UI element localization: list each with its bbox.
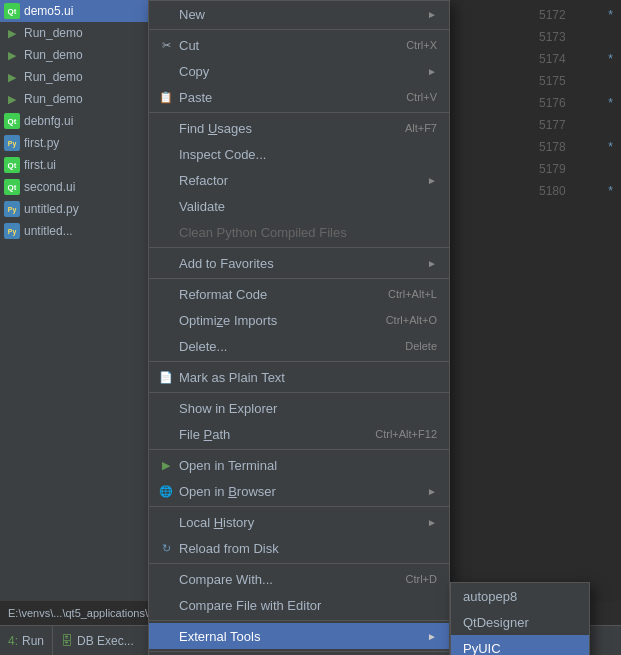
file-label-demo5: demo5.ui bbox=[24, 4, 73, 18]
compare-icon bbox=[157, 570, 175, 588]
qt-icon: Qt bbox=[4, 3, 20, 19]
new-arrow-icon: ► bbox=[427, 9, 437, 20]
history-arrow-icon: ► bbox=[427, 517, 437, 528]
submenu-external-tools: autopep8 QtDesigner PyUIC Pyrcc bbox=[450, 582, 590, 655]
line-5173: 5173 bbox=[539, 26, 613, 48]
file-label-first-ui: first.ui bbox=[24, 158, 56, 172]
cut-shortcut: Ctrl+X bbox=[406, 39, 437, 51]
menu-item-paste[interactable]: 📋 Paste Ctrl+V bbox=[149, 84, 449, 110]
menu-label-paste: Paste bbox=[179, 90, 390, 105]
file-item-first-ui[interactable]: Qt first.ui bbox=[0, 154, 154, 176]
qt-icon-debnfg: Qt bbox=[4, 113, 20, 129]
menu-label-external-tools: External Tools bbox=[179, 629, 419, 644]
file-label-first-py: first.py bbox=[24, 136, 59, 150]
menu-item-local-history[interactable]: Local History ► bbox=[149, 509, 449, 535]
menu-label-delete: Delete... bbox=[179, 339, 389, 354]
file-item-untitled-py[interactable]: Py untitled.py bbox=[0, 198, 154, 220]
separator-2 bbox=[149, 112, 449, 113]
file-item-run3[interactable]: ▶ Run_demo bbox=[0, 66, 154, 88]
menu-label-reformat: Reformat Code bbox=[179, 287, 372, 302]
reformat-shortcut: Ctrl+Alt+L bbox=[388, 288, 437, 300]
line-numbers-panel: 5172 * 5173 5174 * 5175 5176 * 5177 5178… bbox=[531, 0, 621, 260]
line-5179: 5179 bbox=[539, 158, 613, 180]
menu-item-validate[interactable]: Validate bbox=[149, 193, 449, 219]
separator-10 bbox=[149, 620, 449, 621]
menu-item-copy[interactable]: Copy ► bbox=[149, 58, 449, 84]
file-item-run1[interactable]: ▶ Run_demo bbox=[0, 22, 154, 44]
submenu-item-pyuic[interactable]: PyUIC bbox=[451, 635, 589, 655]
file-item-first-py[interactable]: Py first.py bbox=[0, 132, 154, 154]
line-5177: 5177 bbox=[539, 114, 613, 136]
file-path-icon bbox=[157, 425, 175, 443]
line-5176: 5176 * bbox=[539, 92, 613, 114]
refactor-icon bbox=[157, 171, 175, 189]
file-item-run2[interactable]: ▶ Run_demo bbox=[0, 44, 154, 66]
line-5178: 5178 * bbox=[539, 136, 613, 158]
menu-item-mark-plain[interactable]: 📄 Mark as Plain Text bbox=[149, 364, 449, 390]
menu-item-open-terminal[interactable]: ▶ Open in Terminal bbox=[149, 452, 449, 478]
menu-item-reload-disk[interactable]: ↻ Reload from Disk bbox=[149, 535, 449, 561]
menu-item-inspect-code[interactable]: Inspect Code... bbox=[149, 141, 449, 167]
menu-item-delete[interactable]: Delete... Delete bbox=[149, 333, 449, 359]
external-tools-arrow-icon: ► bbox=[427, 631, 437, 642]
run-icon-2: ▶ bbox=[4, 47, 20, 63]
menu-label-new: New bbox=[179, 7, 419, 22]
separator-4 bbox=[149, 278, 449, 279]
paste-shortcut: Ctrl+V bbox=[406, 91, 437, 103]
separator-9 bbox=[149, 563, 449, 564]
menu-item-clean-python[interactable]: Clean Python Compiled Files bbox=[149, 219, 449, 245]
file-label-run2: Run_demo bbox=[24, 48, 83, 62]
line-5174: 5174 * bbox=[539, 48, 613, 70]
db-exec-button[interactable]: 🗄 DB Exec... bbox=[53, 634, 142, 648]
menu-item-external-tools[interactable]: External Tools ► bbox=[149, 623, 449, 649]
submenu-item-qtdesigner[interactable]: QtDesigner bbox=[451, 609, 589, 635]
separator-5 bbox=[149, 361, 449, 362]
menu-label-compare-with: Compare With... bbox=[179, 572, 390, 587]
file-item-untitled2[interactable]: Py untitled... bbox=[0, 220, 154, 242]
optimize-shortcut: Ctrl+Alt+O bbox=[386, 314, 437, 326]
menu-label-open-terminal: Open in Terminal bbox=[179, 458, 437, 473]
file-label-second-ui: second.ui bbox=[24, 180, 75, 194]
menu-item-new[interactable]: New ► bbox=[149, 1, 449, 27]
submenu-label-qtdesigner: QtDesigner bbox=[463, 615, 577, 630]
submenu-item-autopep8[interactable]: autopep8 bbox=[451, 583, 589, 609]
find-usages-shortcut: Alt+F7 bbox=[405, 122, 437, 134]
paste-icon: 📋 bbox=[157, 88, 175, 106]
file-label-run1: Run_demo bbox=[24, 26, 83, 40]
menu-item-compare-with[interactable]: Compare With... Ctrl+D bbox=[149, 566, 449, 592]
file-item-demo5[interactable]: Qt demo5.ui bbox=[0, 0, 154, 22]
menu-item-file-path[interactable]: File Path Ctrl+Alt+F12 bbox=[149, 421, 449, 447]
menu-label-find-usages: Find Usages bbox=[179, 121, 389, 136]
menu-item-optimize-imports[interactable]: Optimize Imports Ctrl+Alt+O bbox=[149, 307, 449, 333]
file-item-debnfg[interactable]: Qt debnfg.ui bbox=[0, 110, 154, 132]
menu-item-find-usages[interactable]: Find Usages Alt+F7 bbox=[149, 115, 449, 141]
menu-item-show-explorer[interactable]: Show in Explorer bbox=[149, 395, 449, 421]
menu-label-show-explorer: Show in Explorer bbox=[179, 401, 437, 416]
run-icon-1: ▶ bbox=[4, 25, 20, 41]
menu-label-inspect-code: Inspect Code... bbox=[179, 147, 437, 162]
run-button[interactable]: 4: Run bbox=[0, 626, 53, 655]
menu-label-add-favorites: Add to Favorites bbox=[179, 256, 419, 271]
menu-label-cut: Cut bbox=[179, 38, 390, 53]
menu-item-compare-editor[interactable]: Compare File with Editor bbox=[149, 592, 449, 618]
submenu-label-autopep8: autopep8 bbox=[463, 589, 577, 604]
delete-menu-icon bbox=[157, 337, 175, 355]
separator-7 bbox=[149, 449, 449, 450]
separator-3 bbox=[149, 247, 449, 248]
qt-icon-first: Qt bbox=[4, 157, 20, 173]
file-item-second-ui[interactable]: Qt second.ui bbox=[0, 176, 154, 198]
menu-item-add-favorites[interactable]: Add to Favorites ► bbox=[149, 250, 449, 276]
menu-item-refactor[interactable]: Refactor ► bbox=[149, 167, 449, 193]
inspect-icon bbox=[157, 145, 175, 163]
menu-item-reformat[interactable]: Reformat Code Ctrl+Alt+L bbox=[149, 281, 449, 307]
db-exec-label: DB Exec... bbox=[77, 634, 134, 648]
run-icon-4: ▶ bbox=[4, 91, 20, 107]
browser-icon: 🌐 bbox=[157, 482, 175, 500]
copy-icon bbox=[157, 62, 175, 80]
cut-icon: ✂ bbox=[157, 36, 175, 54]
menu-item-open-browser[interactable]: 🌐 Open in Browser ► bbox=[149, 478, 449, 504]
file-item-run4[interactable]: ▶ Run_demo bbox=[0, 88, 154, 110]
file-path-shortcut: Ctrl+Alt+F12 bbox=[375, 428, 437, 440]
menu-item-cut[interactable]: ✂ Cut Ctrl+X bbox=[149, 32, 449, 58]
separator-11 bbox=[149, 651, 449, 652]
